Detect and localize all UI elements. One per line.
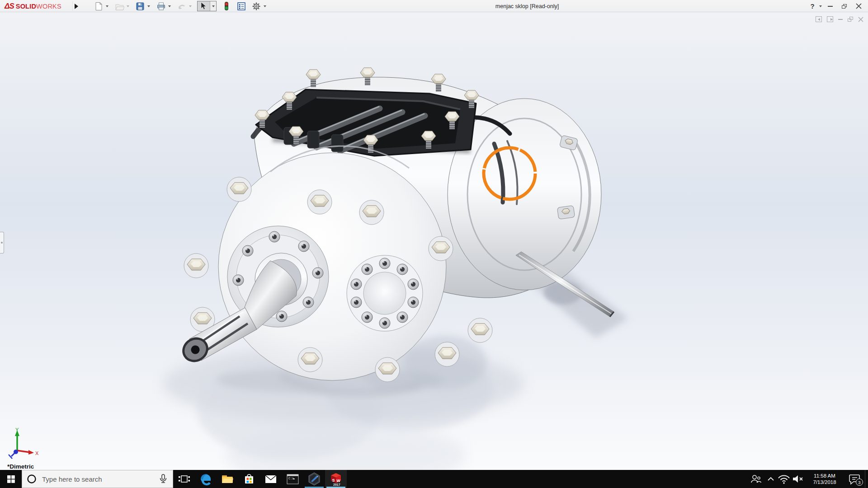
mail-icon <box>264 474 277 484</box>
save-dropdown[interactable] <box>146 1 151 11</box>
open-button[interactable] <box>114 1 125 11</box>
save-button[interactable] <box>135 1 146 11</box>
system-tray: 11:58 AM 7/13/2018 3 <box>747 470 868 488</box>
print-icon <box>156 2 166 11</box>
new-document-button[interactable] <box>93 1 104 11</box>
notification-badge: 3 <box>856 479 863 486</box>
pane-right-arrow-icon <box>830 18 833 21</box>
command-prompt-button[interactable]: C:\ <box>282 470 303 488</box>
rebuild-button[interactable] <box>221 1 232 11</box>
solidworks-2017-icon: S W 2017 <box>329 472 343 486</box>
doc-restore-button[interactable] <box>848 17 853 22</box>
mail-button[interactable] <box>260 470 282 488</box>
collapse-pane-right-button[interactable] <box>827 16 833 22</box>
undo-button[interactable] <box>176 1 187 11</box>
show-desktop-button[interactable] <box>865 470 868 488</box>
start-button[interactable] <box>0 470 22 488</box>
taskbar-search-box[interactable]: Type here to search <box>22 470 173 488</box>
brand-solid: SOLID <box>16 3 36 10</box>
pane-left-arrow-icon <box>818 18 820 21</box>
print-button[interactable] <box>156 1 166 11</box>
close-icon <box>856 3 862 9</box>
window-controls: ? <box>808 0 864 12</box>
open-folder-icon <box>115 2 124 11</box>
x-axis-label: X <box>35 450 39 456</box>
doc-close-icon <box>858 17 863 22</box>
microsoft-edge-icon <box>199 472 212 486</box>
taskbar: Type here to search <box>0 470 868 488</box>
clock-time: 11:58 AM <box>813 473 836 479</box>
file-explorer-button[interactable] <box>217 470 238 488</box>
gearbox-model-render <box>0 12 868 470</box>
panel-splitter-handle[interactable] <box>0 232 4 253</box>
action-center-button[interactable]: 3 <box>844 470 865 488</box>
hexagon-app-button[interactable] <box>303 470 325 488</box>
print-dropdown[interactable] <box>166 1 172 11</box>
task-view-icon <box>178 473 190 485</box>
microsoft-edge-button[interactable] <box>195 470 217 488</box>
titlebar: ΔS SOLIDWORKS <box>0 0 868 12</box>
hexagon-app-icon <box>307 472 321 486</box>
y-axis-label: Y <box>15 427 19 432</box>
chevron-up-icon <box>767 476 774 482</box>
graphics-area[interactable]: Y X *Dimetric <box>0 12 868 470</box>
minimize-button[interactable] <box>825 1 835 11</box>
wifi-icon <box>778 474 790 484</box>
solidworks-logo: ΔS SOLIDWORKS <box>5 0 61 12</box>
select-tool-group <box>197 1 217 11</box>
file-properties-icon <box>237 2 246 11</box>
solidworks-logo-mark: ΔS <box>5 2 14 11</box>
microsoft-store-icon <box>243 473 255 485</box>
network-button[interactable] <box>777 470 791 488</box>
cortana-icon <box>27 474 37 484</box>
clock[interactable]: 11:58 AM 7/13/2018 <box>805 470 844 488</box>
toolbar-flyout-arrow[interactable] <box>72 1 80 11</box>
hidden-icons-button[interactable] <box>764 470 777 488</box>
help-button[interactable]: ? <box>808 1 816 11</box>
save-floppy-icon <box>136 2 145 11</box>
microsoft-store-button[interactable] <box>238 470 260 488</box>
sw-letter-w: W <box>337 479 341 483</box>
new-document-icon <box>94 2 103 11</box>
new-document-dropdown[interactable] <box>104 1 110 11</box>
doc-close-button[interactable] <box>858 17 863 22</box>
file-properties-button[interactable] <box>236 1 247 11</box>
rebuild-traffic-light-icon <box>223 1 230 11</box>
x-axis-arrow-icon <box>28 450 34 455</box>
sw-letter-s: S <box>332 478 335 483</box>
people-button[interactable] <box>747 470 764 488</box>
select-tool-button[interactable] <box>198 1 210 11</box>
taskbar-apps: C:\ S <box>173 470 347 488</box>
document-window-controls <box>816 16 863 22</box>
volume-button[interactable] <box>791 470 805 488</box>
doc-minimize-icon <box>838 19 843 20</box>
collapse-pane-left-button[interactable] <box>816 16 822 22</box>
volume-muted-icon <box>792 474 804 484</box>
file-explorer-icon <box>221 473 234 485</box>
splitter-dot-icon <box>1 242 3 244</box>
options-dropdown[interactable] <box>262 1 268 11</box>
solidworks-2017-button[interactable]: S W 2017 <box>325 470 347 488</box>
minimize-icon <box>828 6 833 7</box>
sw-year: 2017 <box>333 483 340 486</box>
microphone-icon[interactable] <box>158 473 168 485</box>
doc-minimize-button[interactable] <box>838 19 843 20</box>
solidworks-logo-text: SOLIDWORKS <box>16 3 61 10</box>
close-button[interactable] <box>853 1 864 11</box>
select-tool-dropdown[interactable] <box>210 1 216 11</box>
restore-button[interactable] <box>838 1 850 11</box>
windows-logo-icon <box>7 475 15 483</box>
restore-icon <box>842 4 847 9</box>
open-dropdown[interactable] <box>125 1 131 11</box>
task-view-button[interactable] <box>173 470 195 488</box>
people-icon <box>750 473 762 485</box>
view-orientation-label: *Dimetric <box>7 463 34 470</box>
screen: ΔS SOLIDWORKS <box>0 0 868 488</box>
document-title: menjac sklop [Read-only] <box>495 3 559 9</box>
doc-restore-icon <box>848 17 853 22</box>
flyout-triangle-icon <box>75 4 78 9</box>
options-button[interactable] <box>251 1 262 11</box>
help-dropdown[interactable] <box>819 1 822 11</box>
select-cursor-icon <box>201 2 207 10</box>
undo-dropdown[interactable] <box>187 1 193 11</box>
